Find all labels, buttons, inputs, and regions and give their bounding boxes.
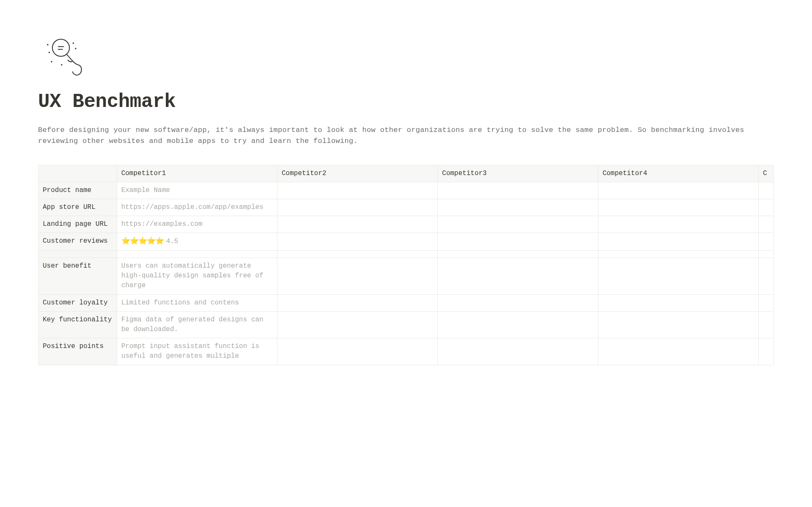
rating-value: 4.5	[166, 238, 178, 245]
table-cell[interactable]: https://examples.com	[117, 216, 277, 233]
table-cell[interactable]	[438, 199, 598, 216]
row-header[interactable]	[38, 251, 117, 258]
table-row	[38, 251, 774, 258]
row-header[interactable]: Product name	[38, 182, 117, 199]
svg-point-0	[52, 39, 69, 56]
table-cell[interactable]	[758, 182, 774, 199]
row-header[interactable]: App store URL	[38, 199, 117, 216]
table-cell[interactable]: Limited functions and contens	[117, 294, 277, 311]
table-cell[interactable]	[277, 216, 437, 233]
svg-point-5	[73, 43, 74, 43]
table-cell[interactable]	[758, 251, 774, 258]
row-header[interactable]: Landing page URL	[38, 216, 117, 233]
row-header[interactable]: Positive points	[38, 338, 117, 365]
col-header[interactable]: Competitor1	[117, 165, 277, 182]
table-cell[interactable]	[277, 251, 437, 258]
table-row: Customer reviews⭐⭐⭐⭐⭐4.5	[38, 233, 774, 251]
table-cell[interactable]	[277, 338, 437, 365]
col-header[interactable]: Competitor2	[277, 165, 437, 182]
table-cell[interactable]: Figma data of generated designs can be d…	[117, 311, 277, 338]
table-cell[interactable]	[598, 258, 758, 295]
table-cell[interactable]	[117, 251, 277, 258]
col-header[interactable]: Competitor3	[438, 165, 598, 182]
table-cell[interactable]	[758, 311, 774, 338]
table-row: App store URLhttps://apps.apple.com/app/…	[38, 199, 774, 216]
table-cell[interactable]	[598, 199, 758, 216]
table-cell[interactable]	[598, 216, 758, 233]
table-cell[interactable]	[598, 338, 758, 365]
page-title: UX Benchmark	[38, 91, 774, 113]
table-row: Positive pointsPrompt input assistant fu…	[38, 338, 774, 365]
table-cell[interactable]	[438, 311, 598, 338]
svg-point-6	[75, 48, 76, 49]
svg-point-9	[47, 44, 48, 45]
table-header-row: Competitor1 Competitor2 Competitor3 Comp…	[38, 165, 774, 182]
table-cell[interactable]	[598, 311, 758, 338]
table-row: User benefitUsers can automatically gene…	[38, 258, 774, 295]
table-cell[interactable]	[598, 294, 758, 311]
table-cell[interactable]	[598, 251, 758, 258]
table-cell[interactable]	[438, 258, 598, 295]
table-cell[interactable]	[277, 182, 437, 199]
table-cell[interactable]	[758, 233, 774, 251]
col-header[interactable]: C	[758, 165, 774, 182]
table-row: Landing page URLhttps://examples.com	[38, 216, 774, 233]
table-cell[interactable]	[438, 216, 598, 233]
table-cell[interactable]	[277, 199, 437, 216]
row-header[interactable]: Customer reviews	[38, 233, 117, 251]
table-corner-cell[interactable]	[38, 165, 117, 182]
benchmark-table-wrap: Competitor1 Competitor2 Competitor3 Comp…	[38, 165, 774, 365]
table-cell[interactable]	[758, 294, 774, 311]
table-cell[interactable]	[438, 294, 598, 311]
page-icon	[38, 34, 774, 82]
table-cell[interactable]	[438, 251, 598, 258]
svg-point-8	[61, 65, 62, 65]
table-cell[interactable]	[598, 182, 758, 199]
svg-point-7	[51, 61, 52, 62]
table-cell[interactable]	[438, 338, 598, 365]
table-cell[interactable]	[277, 233, 437, 251]
table-cell[interactable]	[277, 311, 437, 338]
row-header[interactable]: User benefit	[38, 258, 117, 295]
col-header[interactable]: Competitor4	[598, 165, 758, 182]
table-cell[interactable]: https://apps.apple.com/app/examples	[117, 199, 277, 216]
table-row: Customer loyaltyLimited functions and co…	[38, 294, 774, 311]
table-cell[interactable]	[277, 258, 437, 295]
benchmark-table: Competitor1 Competitor2 Competitor3 Comp…	[38, 165, 774, 365]
table-cell[interactable]: ⭐⭐⭐⭐⭐4.5	[117, 233, 277, 251]
table-cell[interactable]	[438, 233, 598, 251]
table-row: Key functionalityFigma data of generated…	[38, 311, 774, 338]
rating-stars: ⭐⭐⭐⭐⭐	[121, 237, 164, 245]
table-cell[interactable]	[438, 182, 598, 199]
table-cell[interactable]	[758, 199, 774, 216]
svg-point-4	[49, 52, 49, 52]
table-cell[interactable]	[598, 233, 758, 251]
row-header[interactable]: Key functionality	[38, 311, 117, 338]
table-cell[interactable]: Prompt input assistant function is usefu…	[117, 338, 277, 365]
table-cell[interactable]	[758, 216, 774, 233]
row-header[interactable]: Customer loyalty	[38, 294, 117, 311]
table-cell[interactable]	[277, 294, 437, 311]
table-cell[interactable]	[758, 258, 774, 295]
table-cell[interactable]: Users can automatically generate high-qu…	[117, 258, 277, 295]
page-intro: Before designing your new software/app, …	[38, 125, 774, 147]
table-cell[interactable]	[758, 338, 774, 365]
table-cell[interactable]: Example Name	[117, 182, 277, 199]
table-row: Product nameExample Name	[38, 182, 774, 199]
